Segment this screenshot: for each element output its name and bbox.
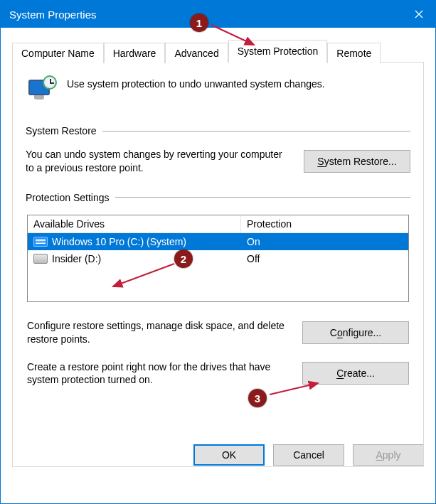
group-divider — [102, 131, 410, 132]
close-button[interactable] — [403, 1, 435, 28]
drive-name: Windows 10 Pro (C:) (System) — [52, 236, 186, 247]
drives-table: Available Drives Protection Windows 10 P… — [27, 215, 409, 302]
group-system-restore: System Restore You can undo system chang… — [26, 125, 410, 175]
create-button[interactable]: Create... — [302, 362, 409, 385]
legend-system-restore: System Restore — [26, 125, 97, 136]
group-divider — [115, 197, 410, 198]
tab-advanced[interactable]: Advanced — [165, 43, 228, 63]
tab-panel-system-protection: Use system protection to undo unwanted s… — [12, 62, 424, 467]
tab-system-protection[interactable]: System Protection — [228, 40, 328, 63]
legend-protection-settings: Protection Settings — [26, 192, 110, 203]
drive-row[interactable]: Insider (D:) Off — [28, 250, 408, 267]
drive-status: Off — [241, 251, 408, 267]
column-available-drives[interactable]: Available Drives — [28, 215, 241, 233]
drive-hdd-icon — [33, 254, 48, 264]
intro-text: Use system protection to undo unwanted s… — [67, 75, 325, 90]
group-protection-settings: Protection Settings Available Drives Pro… — [26, 192, 410, 387]
system-protection-icon — [26, 75, 57, 104]
system-properties-dialog: System Properties 1 2 3 Computer Name Ha… — [0, 0, 436, 504]
tab-computer-name[interactable]: Computer Name — [12, 43, 104, 63]
column-protection[interactable]: Protection — [241, 215, 408, 233]
configure-button[interactable]: Configure... — [302, 321, 409, 344]
system-restore-button[interactable]: System Restore... — [304, 150, 410, 173]
tab-strip: Computer Name Hardware Advanced System P… — [12, 39, 424, 62]
close-icon — [415, 10, 423, 18]
window-title: System Properties — [9, 9, 97, 21]
drives-table-body: Windows 10 Pro (C:) (System) On Insider … — [28, 233, 408, 301]
titlebar: System Properties — [1, 1, 435, 28]
drive-status: On — [241, 234, 408, 250]
configure-text: Configure restore settings, manage disk … — [27, 319, 291, 346]
drives-table-header: Available Drives Protection — [28, 215, 408, 233]
drive-name: Insider (D:) — [52, 253, 101, 264]
tab-hardware[interactable]: Hardware — [104, 43, 166, 63]
drive-row[interactable]: Windows 10 Pro (C:) (System) On — [28, 233, 408, 250]
tab-remote[interactable]: Remote — [327, 43, 381, 63]
system-restore-text: You can undo system changes by reverting… — [26, 148, 292, 175]
create-text: Create a restore point right now for the… — [27, 360, 291, 387]
drive-system-icon — [33, 237, 48, 247]
